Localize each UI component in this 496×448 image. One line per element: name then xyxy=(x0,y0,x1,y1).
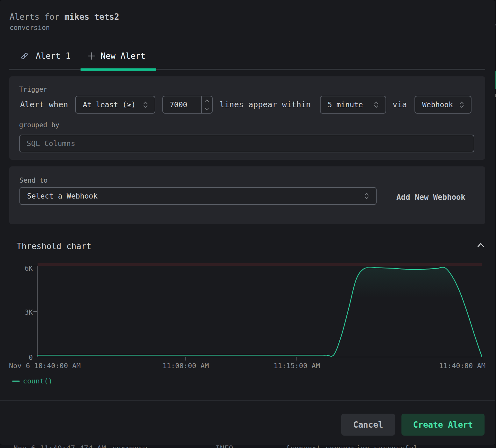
trigger-section-label: Trigger xyxy=(19,85,47,94)
threshold-number-value: 7000 xyxy=(163,101,187,109)
collapse-chart-button[interactable] xyxy=(477,242,484,248)
svg-text:0: 0 xyxy=(29,354,33,361)
tab-new-alert[interactable]: New Alert xyxy=(87,50,145,62)
log-level: INFO xyxy=(216,445,233,448)
send-to-panel: Send to Select a Webhook Add New Webhook xyxy=(9,166,485,224)
grouped-by-label: grouped by xyxy=(19,121,59,129)
trigger-panel: Trigger Alert when At least (≥) 7000 lin… xyxy=(9,76,485,160)
webhook-select-value: Select a Webhook xyxy=(20,192,98,200)
alert-when-text: Alert when xyxy=(20,100,68,109)
svg-text:11:15:00 AM: 11:15:00 AM xyxy=(273,362,320,370)
tab-new-alert-label: New Alert xyxy=(101,51,145,61)
active-tab-indicator xyxy=(81,68,156,71)
footer-divider xyxy=(0,400,495,401)
tab-alert-1[interactable]: Alert 1 xyxy=(20,50,71,62)
cancel-button[interactable]: Cancel xyxy=(341,414,395,436)
link-icon xyxy=(20,52,29,60)
log-message: {convert conversion successful xyxy=(286,445,418,448)
threshold-number-input[interactable]: 7000 xyxy=(162,96,213,114)
plus-icon xyxy=(87,52,96,60)
log-timestamp: Nov 6 11:40:47.474 AM xyxy=(13,445,106,448)
svg-text:3K: 3K xyxy=(25,309,33,316)
background-log-row: Nov 6 11:40:47.474 AM currency INFO {con… xyxy=(0,445,496,448)
chevron-selector-icon xyxy=(364,192,369,200)
channel-select[interactable]: Webhook xyxy=(415,96,471,114)
chevron-selector-icon xyxy=(374,101,379,108)
via-text: via xyxy=(393,100,407,109)
lines-within-text: lines appear within xyxy=(220,100,311,109)
interval-select[interactable]: 5 minute xyxy=(320,96,386,114)
number-stepper[interactable] xyxy=(201,96,212,113)
stepper-down-icon[interactable] xyxy=(202,105,212,113)
add-new-webhook-button[interactable]: Add New Webhook xyxy=(396,193,465,202)
interval-select-value: 5 minute xyxy=(321,101,363,109)
create-alert-button[interactable]: Create Alert xyxy=(401,414,485,436)
threshold-chart: 03K6KNov 6 10:40:00 AM11:00:00 AM11:15:0… xyxy=(0,255,496,388)
legend-series-label: count() xyxy=(23,377,53,385)
legend-line-swatch xyxy=(12,381,20,382)
group-by-placeholder: SQL Columns xyxy=(20,139,75,148)
chevron-selector-icon xyxy=(143,101,148,108)
condition-select[interactable]: At least (≥) xyxy=(75,96,155,114)
svg-text:11:00:00 AM: 11:00:00 AM xyxy=(162,362,209,370)
chart-legend[interactable]: count() xyxy=(12,377,53,385)
log-service: currency xyxy=(112,445,147,448)
condition-select-value: At least (≥) xyxy=(76,101,136,109)
tab-alert-1-label: Alert 1 xyxy=(36,51,71,61)
svg-text:11:40:00 AM: 11:40:00 AM xyxy=(439,362,485,370)
svg-text:6K: 6K xyxy=(25,265,33,272)
chevron-selector-icon xyxy=(459,101,464,108)
group-by-input[interactable]: SQL Columns xyxy=(19,135,474,152)
threshold-chart-title: Threshold chart xyxy=(17,242,91,251)
stepper-up-icon[interactable] xyxy=(202,96,212,105)
page-subtitle: conversion xyxy=(10,24,50,32)
page-title-source-name: mikes tets2 xyxy=(64,12,119,22)
page-title-prefix: Alerts for xyxy=(10,12,64,22)
alert-modal: Alerts for mikes tets2 conversion Alert … xyxy=(0,0,495,445)
webhook-select[interactable]: Select a Webhook xyxy=(19,187,377,205)
page-title: Alerts for mikes tets2 xyxy=(10,12,119,22)
channel-select-value: Webhook xyxy=(415,101,453,109)
svg-text:Nov 6 10:40:00 AM: Nov 6 10:40:00 AM xyxy=(9,362,81,370)
send-to-label: Send to xyxy=(19,176,48,185)
